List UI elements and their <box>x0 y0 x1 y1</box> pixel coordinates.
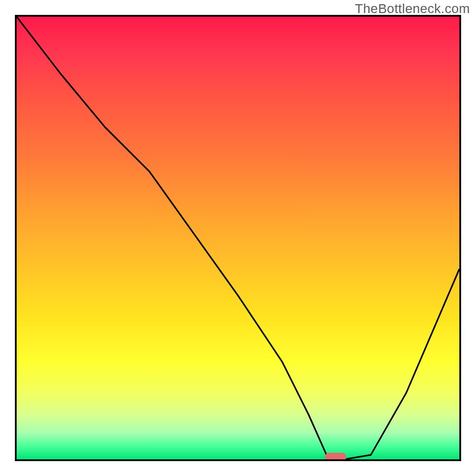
curve-svg <box>17 17 459 459</box>
plot-frame <box>15 15 461 461</box>
bottleneck-curve <box>17 17 459 459</box>
watermark-text: TheBottleneck.com <box>355 1 470 17</box>
optimal-marker <box>325 453 346 461</box>
